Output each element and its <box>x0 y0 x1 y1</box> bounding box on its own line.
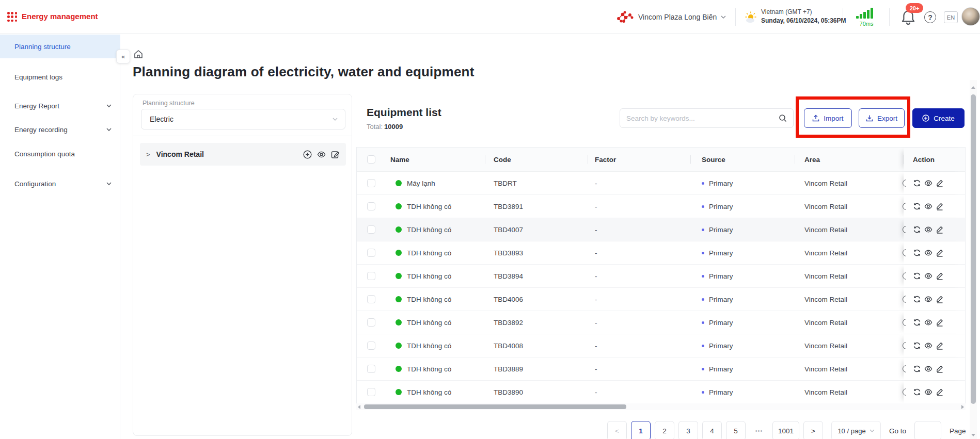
view-action-icon[interactable] <box>924 179 932 187</box>
sidebar-item[interactable]: Energy Report <box>0 94 120 118</box>
page-number-button[interactable]: 1 <box>631 421 651 439</box>
page-number-button[interactable]: 4 <box>702 421 722 439</box>
sidebar-item[interactable]: Consumption quota <box>0 142 120 166</box>
row-checkbox[interactable] <box>367 342 375 350</box>
row-checkbox[interactable] <box>367 365 375 373</box>
edit-action-icon[interactable] <box>936 342 944 350</box>
table-row[interactable]: TDH không có TBD3894 - Primary Vincom Re… <box>357 265 965 288</box>
search-icon[interactable] <box>779 114 787 122</box>
horizontal-scrollbar[interactable] <box>356 403 966 410</box>
table-row[interactable]: TDH không có TBD3889 - Primary Vincom Re… <box>357 357 965 381</box>
scroll-right-arrow-icon[interactable] <box>961 405 964 409</box>
refresh-action-icon[interactable] <box>913 388 921 396</box>
planning-structure-select[interactable]: Electric <box>141 109 345 129</box>
edit-action-icon[interactable] <box>936 225 944 234</box>
source-dot <box>702 182 704 185</box>
edit-action-icon[interactable] <box>936 388 944 396</box>
home-breadcrumb-icon[interactable] <box>133 49 144 59</box>
row-checkbox[interactable] <box>367 202 375 210</box>
scroll-left-arrow-icon[interactable] <box>358 405 360 409</box>
table-row[interactable]: TDH không có TBD4008 - Primary Vincom Re… <box>357 334 965 357</box>
row-checkbox[interactable] <box>367 388 375 396</box>
table-row[interactable]: TDH không có TBD3893 - Primary Vincom Re… <box>357 241 965 265</box>
edit-action-icon[interactable] <box>936 249 944 257</box>
view-action-icon[interactable] <box>924 365 932 373</box>
collapse-sidebar-button[interactable]: « <box>116 50 130 63</box>
user-avatar[interactable] <box>961 7 980 26</box>
view-action-icon[interactable] <box>924 272 932 280</box>
table-row[interactable]: TDH không có TBD4006 - Primary Vincom Re… <box>357 288 965 311</box>
page-size-select[interactable]: 10 / page <box>831 421 881 439</box>
view-action-icon[interactable] <box>924 249 932 257</box>
view-action-icon[interactable] <box>924 342 932 350</box>
row-checkbox[interactable] <box>367 272 375 280</box>
refresh-action-icon[interactable] <box>913 202 921 210</box>
equipment-name: TDH không có <box>407 249 451 257</box>
view-action-icon[interactable] <box>924 388 932 396</box>
site-selector[interactable]: Vincom Plaza Long Biên <box>617 0 726 34</box>
table-row[interactable]: TDH không có TBD3891 - Primary Vincom Re… <box>357 195 965 218</box>
language-selector[interactable]: EN <box>944 11 958 23</box>
edit-action-icon[interactable] <box>936 365 944 373</box>
goto-page-input[interactable] <box>914 421 941 439</box>
refresh-action-icon[interactable] <box>913 272 921 280</box>
sidebar-item[interactable]: Planning structure <box>0 35 120 58</box>
refresh-action-icon[interactable] <box>913 318 921 327</box>
tree-expand-icon[interactable]: > <box>146 151 150 158</box>
search-input[interactable] <box>626 115 779 122</box>
refresh-action-icon[interactable] <box>913 179 921 187</box>
edit-action-icon[interactable] <box>936 318 944 327</box>
page-number-button[interactable]: 2 <box>655 421 674 439</box>
sidebar-item-label: Planning structure <box>14 43 112 51</box>
edit-action-icon[interactable] <box>936 179 944 187</box>
refresh-action-icon[interactable] <box>913 342 921 350</box>
equipment-name: TDH không có <box>407 365 451 373</box>
refresh-action-icon[interactable] <box>913 249 921 257</box>
pagination-ellipsis[interactable]: ••• <box>750 421 768 439</box>
create-button[interactable]: Create <box>912 108 965 128</box>
edit-action-icon[interactable] <box>936 202 944 210</box>
page-number-button[interactable]: 5 <box>726 421 746 439</box>
sidebar-item[interactable]: Energy recording <box>0 118 120 141</box>
sidebar-item[interactable]: Configuration <box>0 172 120 196</box>
page-number-button[interactable]: 3 <box>678 421 698 439</box>
scroll-up-arrow-icon[interactable] <box>971 86 975 89</box>
table-row[interactable]: TDH không có TBD3892 - Primary Vincom Re… <box>357 311 965 334</box>
row-checkbox[interactable] <box>367 295 375 303</box>
import-button[interactable]: Import <box>804 108 852 128</box>
edit-action-icon[interactable] <box>936 272 944 280</box>
scroll-down-arrow-icon[interactable] <box>971 434 975 436</box>
tree-node-vincom-retail[interactable]: > Vincom Retail <box>140 143 346 166</box>
horizontal-scrollbar-thumb[interactable] <box>364 404 626 409</box>
vertical-scrollbar-thumb[interactable] <box>971 94 976 404</box>
status-dot-green <box>396 226 402 233</box>
row-checkbox[interactable] <box>367 249 375 257</box>
last-page-button[interactable]: 1001 <box>772 421 799 439</box>
app-grid-icon[interactable] <box>7 12 18 22</box>
next-page-button[interactable]: > <box>803 421 823 439</box>
select-all-checkbox[interactable] <box>367 155 375 164</box>
edit-action-icon[interactable] <box>936 295 944 303</box>
table-row[interactable]: TDH không có TBD3890 - Primary Vincom Re… <box>357 381 965 404</box>
sidebar-item[interactable]: Equipment logs <box>0 65 120 89</box>
refresh-action-icon[interactable] <box>913 225 921 234</box>
edit-node-icon[interactable] <box>331 150 340 159</box>
prev-page-button[interactable]: < <box>607 421 627 439</box>
row-checkbox[interactable] <box>367 225 375 234</box>
signal-bars-icon <box>856 6 877 19</box>
view-action-icon[interactable] <box>924 318 932 327</box>
view-node-icon[interactable] <box>317 150 326 159</box>
table-row[interactable]: Máy lạnh TBDRT - Primary Vincom Retail <box>357 172 965 195</box>
refresh-action-icon[interactable] <box>913 365 921 373</box>
view-action-icon[interactable] <box>924 202 932 210</box>
view-action-icon[interactable] <box>924 295 932 303</box>
help-icon[interactable]: ? <box>924 11 936 23</box>
view-action-icon[interactable] <box>924 225 932 234</box>
refresh-action-icon[interactable] <box>913 295 921 303</box>
row-checkbox[interactable] <box>367 318 375 327</box>
add-node-icon[interactable] <box>303 150 312 159</box>
row-checkbox[interactable] <box>367 179 375 187</box>
table-row[interactable]: TDH không có TBD4007 - Primary Vincom Re… <box>357 218 965 241</box>
vertical-scrollbar[interactable] <box>970 80 977 439</box>
export-button[interactable]: Export <box>859 108 905 128</box>
